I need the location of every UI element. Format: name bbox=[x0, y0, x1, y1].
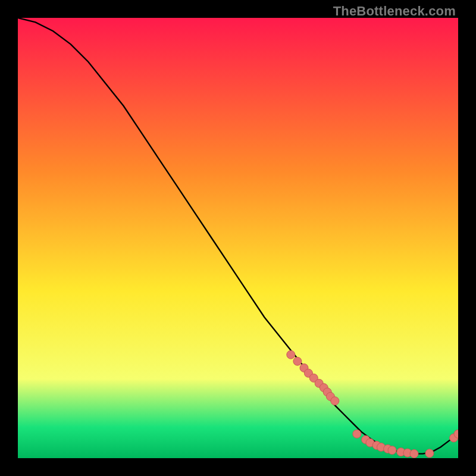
data-point bbox=[331, 397, 339, 405]
data-point bbox=[293, 357, 302, 365]
data-point bbox=[287, 350, 295, 359]
chart-svg bbox=[18, 18, 458, 458]
watermark-text: TheBottleneck.com bbox=[333, 4, 456, 19]
data-point bbox=[353, 430, 361, 438]
data-point bbox=[425, 449, 434, 458]
chart-frame bbox=[18, 18, 458, 458]
data-point bbox=[410, 450, 418, 458]
data-point bbox=[388, 446, 396, 455]
chart-background bbox=[18, 18, 458, 458]
